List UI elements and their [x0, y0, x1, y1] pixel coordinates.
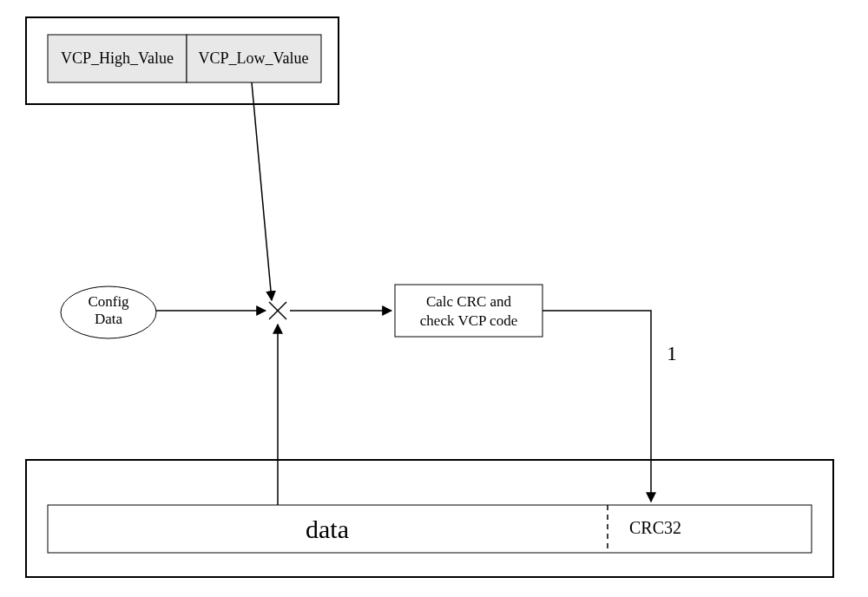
junction-icon [269, 302, 286, 319]
vcp-container: VCP_High_Value VCP_Low_Value [26, 17, 339, 104]
arrow-calc-to-crc32 [542, 311, 651, 502]
svg-rect-6 [395, 285, 542, 337]
config-label-line2: Data [95, 311, 123, 327]
data-label: data [306, 515, 349, 543]
arrow-vcp-to-junction [252, 82, 272, 300]
vcp-low-cell: VCP_Low_Value [187, 35, 321, 82]
vcp-high-label: VCP_High_Value [61, 49, 174, 67]
crc32-label: CRC32 [629, 518, 681, 537]
edge-one-label: 1 [667, 342, 677, 364]
vcp-low-label: VCP_Low_Value [199, 49, 309, 67]
config-data-node: Config Data [61, 286, 156, 338]
bottom-container: data CRC32 [26, 460, 833, 577]
config-label-line1: Config [88, 293, 129, 310]
svg-rect-8 [48, 505, 812, 553]
vcp-high-cell: VCP_High_Value [48, 35, 187, 82]
calc-crc-line2: check VCP code [420, 312, 517, 329]
calc-crc-line1: Calc CRC and [426, 293, 512, 310]
calc-crc-box: Calc CRC and check VCP code [395, 285, 542, 337]
